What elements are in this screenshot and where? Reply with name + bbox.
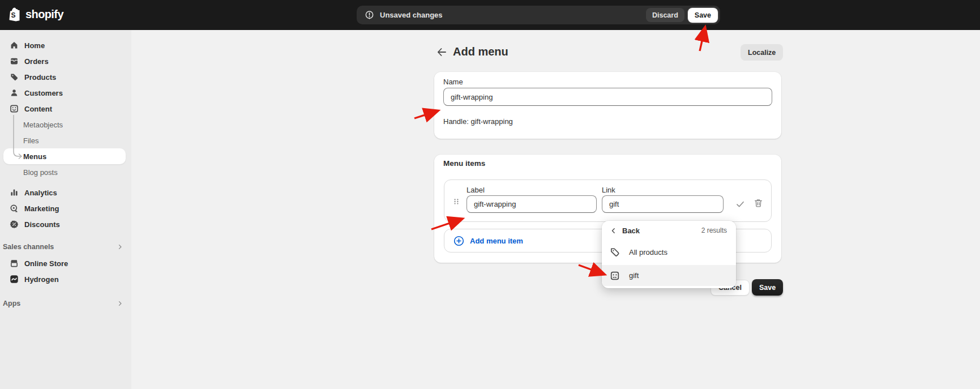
plus-circle-icon [453,236,464,246]
confirm-check-icon[interactable] [735,199,745,209]
sidebar-item-hydrogen[interactable]: Hydrogen [5,271,126,287]
customers-icon [10,88,19,97]
popup-back-label: Back [622,226,640,235]
alert-icon [365,10,374,20]
sidebar-item-discounts[interactable]: Discounts [5,216,126,232]
sidebar-item-label: Products [24,73,56,82]
sidebar-item-label: Content [24,105,52,113]
name-field-label: Name [443,78,463,86]
localize-button[interactable]: Localize [741,44,783,61]
storefront-icon [10,259,19,268]
hydrogen-icon [10,275,19,284]
footer-save-button[interactable]: Save [752,279,783,296]
label-field-label: Label [467,186,485,194]
content-icon [10,104,19,113]
sidebar-item-label: Customers [24,89,63,97]
discard-button[interactable]: Discard [646,8,684,22]
sidebar-section-apps[interactable]: Apps [0,296,131,311]
sidebar-item-online-store[interactable]: Online Store [5,255,126,271]
home-icon [10,41,19,50]
sidebar-nav: Home Orders Products Customers Content M… [0,30,131,389]
link-input[interactable] [602,195,724,213]
sidebar-item-label: Analytics [24,189,57,197]
sidebar-subitem-label: Blog posts [23,168,58,177]
sidebar-subitem-label: Files [23,136,38,145]
sidebar-item-content[interactable]: Content [5,101,126,117]
popup-item-gift[interactable]: gift [602,265,736,286]
page-title: Add menu [453,45,508,58]
apps-header-label: Apps [3,300,20,307]
label-input[interactable] [467,195,597,213]
shopify-wordmark: shopify [25,8,63,21]
sidebar-item-home[interactable]: Home [5,37,126,53]
delete-trash-icon[interactable] [754,198,763,208]
chevron-left-icon [610,227,617,234]
sidebar-item-label: Marketing [24,204,59,213]
back-arrow-icon [436,46,447,58]
sidebar-item-label: Online Store [24,259,68,268]
popup-back-button[interactable]: Back 2 results [602,221,736,240]
chevron-right-icon [117,300,123,307]
shopify-logo[interactable]: S shopify [8,7,63,22]
link-picker-popup: Back 2 results All products gift [602,221,736,288]
top-bar: S shopify Unsaved changes Discard Save [0,0,980,30]
sidebar-subitem-label: Menus [23,152,46,161]
annotation-arrow-save [700,28,705,51]
sidebar-item-label: Discounts [24,220,60,229]
topbar-save-button[interactable]: Save [688,8,718,23]
sidebar-section-sales-channels[interactable]: Sales channels [0,240,131,254]
popup-item-all-products[interactable]: All products [602,241,736,263]
popup-item-label: gift [629,271,639,280]
collection-icon [610,271,620,281]
chevron-right-icon [117,243,123,250]
sidebar-item-orders[interactable]: Orders [5,53,126,69]
sidebar-subitem-label: Metaobjects [23,121,63,129]
annotation-arrow-gift-item [579,265,604,274]
back-button[interactable] [436,46,447,58]
marketing-icon [10,204,19,213]
name-input[interactable] [443,88,772,106]
unsaved-changes-label: Unsaved changes [380,11,443,19]
sidebar-item-products[interactable]: Products [5,69,126,85]
analytics-icon [10,188,19,197]
sidebar-item-label: Hydrogen [24,275,59,284]
sidebar-item-metaobjects[interactable]: Metaobjects [5,117,126,132]
sidebar-item-menus[interactable]: Menus [3,148,126,164]
popup-item-label: All products [629,248,667,257]
menu-item-row: Label Link [444,179,772,222]
tag-outline-icon [610,247,620,257]
svg-text:S: S [11,11,15,19]
handle-text: Handle: gift-wrapping [443,117,513,126]
drag-handle-icon[interactable] [452,197,461,206]
sidebar-item-analytics[interactable]: Analytics [5,185,126,200]
sales-channels-header-label: Sales channels [3,243,54,251]
add-menu-item-label: Add menu item [470,237,523,245]
orders-icon [10,57,19,66]
discounts-icon [10,220,19,229]
sidebar-item-blog-posts[interactable]: Blog posts [5,164,126,180]
shopify-admin-add-menu-page: { "topbar": { "brand": "shopify", "unsav… [0,0,980,389]
sidebar-item-label: Home [24,41,45,50]
sidebar-item-marketing[interactable]: Marketing [5,200,126,216]
annotation-arrow-name-input [414,111,437,118]
name-card: Name Handle: gift-wrapping [434,72,781,139]
tag-icon [10,72,19,82]
sidebar-item-label: Orders [24,57,49,66]
sidebar-item-customers[interactable]: Customers [5,85,126,101]
menu-items-title: Menu items [443,159,485,168]
link-field-label: Link [602,186,615,194]
unsaved-changes-bar: Unsaved changes Discard Save [357,6,720,24]
sidebar-item-files[interactable]: Files [5,132,126,148]
shopify-bag-icon: S [8,7,22,22]
popup-results-count: 2 results [701,226,727,234]
